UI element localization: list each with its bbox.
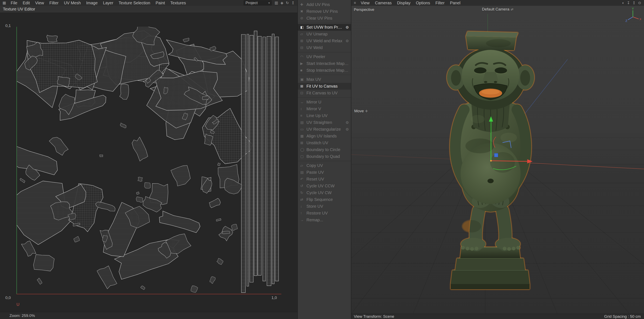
active-tool-label: Move✛ <box>354 109 368 113</box>
uv-canvas[interactable]: 0,1 0,0 1,0 U <box>0 13 298 312</box>
menu-item-texture-selection[interactable]: Texture Selection <box>116 1 153 5</box>
command-label: Flip Sequence <box>306 197 349 202</box>
menu-item-paint[interactable]: Paint <box>153 1 168 5</box>
viewport-view-label[interactable]: Perspective <box>354 8 374 12</box>
project-dropdown[interactable]: Project ▾ <box>244 1 272 5</box>
command-label: Unstitch UV <box>306 141 349 145</box>
command-max-uv: ▣Max UV <box>298 76 351 83</box>
uv-strip <box>247 34 249 286</box>
uv-island <box>120 84 129 100</box>
zoom-level: Zoom: 259.0% <box>10 313 35 318</box>
command-stop-interactive-mapping: ■Stop Interactive Mapping <box>298 67 351 74</box>
perspective-viewport[interactable]: Perspective Default Camera⇄ Move✛ Y X Z <box>351 6 644 314</box>
menu-item-uv-mesh[interactable]: UV Mesh <box>61 1 84 5</box>
upload-icon[interactable]: ↥ <box>292 1 294 5</box>
uv-island <box>218 163 220 166</box>
max-uv-icon: ▣ <box>300 77 306 82</box>
command-unstitch-uv: ⊠Unstitch UV <box>298 140 351 146</box>
application-window: ▦ FileEditViewFilterUV MeshImageLayerTex… <box>0 0 644 319</box>
statue-model[interactable] <box>436 31 544 292</box>
viewport-menu-item-display[interactable]: Display <box>394 1 413 5</box>
uv-island <box>97 266 117 289</box>
menu-item-image[interactable]: Image <box>84 1 100 5</box>
uv-weld-icon: ⊟ <box>300 46 306 50</box>
panel-title-bar: Texture UV Editor <box>0 6 298 13</box>
command-label: Max UV <box>306 77 349 82</box>
start-interactive-mapping-icon: ▶ <box>300 61 306 66</box>
command-set-uvw-from-projection[interactable]: ◧Set UVW from Projection⚙ <box>298 24 351 31</box>
viewport-camera-label[interactable]: Default Camera⇄ <box>482 7 513 12</box>
restore-uv-icon: ↑ <box>300 211 306 215</box>
uv-editor-toolbar-icons: ▥◈↻↥ <box>272 1 298 5</box>
command-label: Start Interactive Mapping <box>306 61 349 66</box>
move-tool-icon: ✛ <box>364 109 368 113</box>
lock-icon[interactable]: ◈ <box>280 1 284 5</box>
uv-island <box>100 155 103 157</box>
menu-item-file[interactable]: File <box>8 1 20 5</box>
tool-label-text: Move <box>354 109 364 113</box>
window-grid-icon[interactable]: ▦ <box>0 1 8 5</box>
render-sphere-icon[interactable]: ◐ <box>622 1 624 5</box>
command-uv-rectangularize: ▭UV Rectangularize⚙ <box>298 126 351 133</box>
settings-gear-icon[interactable]: ⚙ <box>344 127 349 132</box>
command-label: Mirror U <box>306 100 349 105</box>
command-align-uv-islands: ▦Align UV Islands <box>298 133 351 140</box>
uv-island <box>132 137 148 161</box>
command-start-interactive-mapping: ▶Start Interactive Mapping <box>298 60 351 67</box>
fit-canvas-to-uv-icon: ⊡ <box>300 91 306 95</box>
uv-island <box>49 137 68 155</box>
record-icon[interactable]: ⊙ <box>638 1 641 5</box>
command-label: Reset UV <box>306 177 349 182</box>
uv-u-axis-label: U <box>16 302 19 307</box>
uv-commands-list: ✚Add UV Pins✖Remove UV Pins⊘Clear UV Pin… <box>298 1 351 223</box>
axis-y-label: Y <box>632 8 634 10</box>
uv-island <box>191 286 198 292</box>
boundary-to-circle-icon: ◯ <box>300 148 306 152</box>
texture-uv-editor-panel: ▦ FileEditViewFilterUV MeshImageLayerTex… <box>0 0 298 319</box>
remap-icon: → <box>300 218 306 222</box>
group-separator <box>298 75 351 75</box>
viewport-menu-item-options[interactable]: Options <box>413 1 433 5</box>
command-label: Boundary to Quad <box>306 154 349 159</box>
viewport-menu-item-view[interactable]: View <box>358 1 372 5</box>
settings-gear-icon[interactable]: ⚙ <box>344 120 349 125</box>
copy-uv-icon: ▱ <box>300 163 306 168</box>
uv-commands-panel: ✚Add UV Pins✖Remove UV Pins⊘Clear UV Pin… <box>298 0 351 319</box>
uv-corner-label-bottom-right: 1,0 <box>272 295 277 300</box>
settings-gear-icon[interactable]: ⚙ <box>344 25 349 30</box>
viewport-menu-item-filter[interactable]: Filter <box>433 1 447 5</box>
uv-strip <box>267 37 271 286</box>
command-clear-uv-pins: ⊘Clear UV Pins <box>298 15 351 22</box>
uv-island <box>141 286 145 290</box>
viewport-menu-item-panel[interactable]: Panel <box>447 1 463 5</box>
uv-strip <box>275 37 279 281</box>
command-label: Fit UV to Canvas <box>306 84 349 89</box>
download-icon[interactable]: ↧ <box>627 1 630 5</box>
histogram-icon[interactable]: ▥ <box>274 1 278 5</box>
menu-item-view[interactable]: View <box>32 1 47 5</box>
panel-menu-icon[interactable]: ≡ <box>351 1 358 5</box>
uv-island <box>20 178 25 183</box>
command-label: Set UVW from Projection <box>306 25 344 30</box>
sync-icon[interactable]: ↻ <box>286 1 289 5</box>
menu-item-layer[interactable]: Layer <box>100 1 116 5</box>
settings-gear-icon[interactable]: ⚙ <box>344 39 349 43</box>
command-label: Mirror V <box>306 107 349 111</box>
menu-item-textures[interactable]: Textures <box>168 1 189 5</box>
unstitch-uv-icon: ⊠ <box>300 141 306 145</box>
cycle-uv-ccw-icon: ↺ <box>300 184 306 188</box>
menu-item-edit[interactable]: Edit <box>20 1 32 5</box>
panel-title: Texture UV Editor <box>3 7 35 12</box>
orientation-axis-gizmo: Y X Z <box>625 8 641 24</box>
camera-switch-icon[interactable]: ⇄ <box>509 8 513 11</box>
uv-island <box>209 198 220 208</box>
store-uv-icon: ↓ <box>300 204 306 209</box>
project-dropdown-label: Project <box>246 1 258 5</box>
upload-icon[interactable]: ↥ <box>632 1 636 5</box>
stop-interactive-mapping-icon: ■ <box>300 68 306 73</box>
menu-item-filter[interactable]: Filter <box>47 1 61 5</box>
command-fit-uv-to-canvas[interactable]: ⊞Fit UV to Canvas <box>298 83 351 90</box>
viewport-menu-item-cameras[interactable]: Cameras <box>372 1 394 5</box>
uv-corner-label-top-left: 0,1 <box>5 24 11 28</box>
uv-island <box>138 177 142 181</box>
